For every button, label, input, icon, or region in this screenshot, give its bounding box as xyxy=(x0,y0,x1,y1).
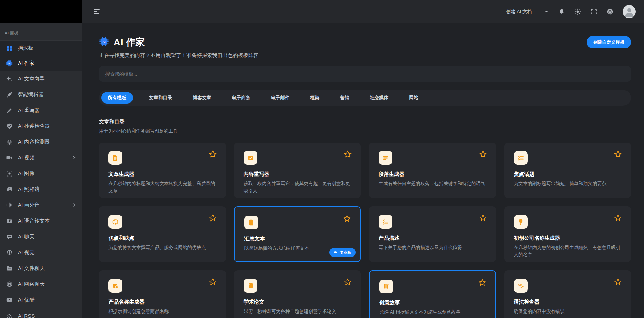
package-check-icon xyxy=(108,279,122,293)
tab-social-media[interactable]: 社交媒体 xyxy=(366,92,393,104)
star-icon[interactable] xyxy=(209,150,217,158)
page-subtitle: 正在寻找完美的内容？不用再观望了！准备好探索我们出色的模板阵容 xyxy=(99,52,631,59)
tab-ecommerce[interactable]: 电子商务 xyxy=(228,92,255,104)
tab-marketing[interactable]: 营销 xyxy=(336,92,354,104)
sidebar-item-label: AI 语音转文本 xyxy=(18,218,50,224)
card-description: 为文章的副标题写出简短、简单和翔实的要点 xyxy=(514,180,622,188)
create-ai-doc-dropdown[interactable]: 创建 AI 文档 xyxy=(506,9,549,15)
card-description: 写下关于您的产品的描述以及为什么值得 xyxy=(379,244,486,251)
star-icon[interactable] xyxy=(479,214,487,222)
fullscreen-icon[interactable] xyxy=(590,8,597,15)
chevron-right-icon xyxy=(72,203,76,207)
avatar[interactable] xyxy=(623,5,636,18)
tab-website[interactable]: 网站 xyxy=(405,92,423,104)
template-card-product-name-generator[interactable]: 产品名称生成器 根据示例词创建创意商品名称 xyxy=(99,270,226,318)
template-card-creative-story[interactable]: 创意故事 允许 AI 根据输入文本为您生成创意故事 xyxy=(369,270,496,318)
sidebar-item-ai-plagiarism-checker[interactable]: AI 抄袭检查器 xyxy=(0,118,82,134)
star-icon[interactable] xyxy=(614,150,622,158)
crown-icon xyxy=(334,250,338,255)
sidebar-item-ai-rss[interactable]: AI RSS xyxy=(0,308,82,318)
star-icon[interactable] xyxy=(614,214,622,222)
photo-gallery-icon xyxy=(5,186,13,193)
star-icon[interactable] xyxy=(614,278,622,286)
template-card-product-description[interactable]: 产品描述 写下关于您的产品的描述以及为什么值得 xyxy=(369,206,496,262)
star-icon[interactable] xyxy=(479,150,487,158)
sidebar-item-label: AI 重写器 xyxy=(18,107,39,114)
star-icon[interactable] xyxy=(343,215,351,223)
tab-all-templates[interactable]: 所有模板 xyxy=(101,92,133,104)
sidebar-item-dashboard[interactable]: 挡泥板 xyxy=(0,41,82,56)
sidebar-item-label: AI 照相馆 xyxy=(18,186,39,193)
sidebar-item-ai-chat[interactable]: AI 聊天 xyxy=(0,229,82,245)
card-title: 学术论文 xyxy=(244,299,352,305)
template-card-summarize-text[interactable]: 汇总文本 以简短易懂的方式总结任何文本 专业版 xyxy=(234,206,361,262)
template-card-academic-essay[interactable]: 学术论文 只需一秒钟即可为各种主题创建创意学术论文 xyxy=(234,270,361,318)
sidebar-item-ai-voiceover[interactable]: AI 画外音 xyxy=(0,197,82,213)
sidebar-item-ai-vision[interactable]: AI 视觉 xyxy=(0,245,82,260)
sidebar-item-ai-web-chat[interactable]: AI 网络聊天 xyxy=(0,276,82,292)
sidebar-item-ai-file-chat[interactable]: AI 文件聊天 xyxy=(0,260,82,276)
sidebar-item-ai-speech-to-text[interactable]: AI 语音转文本 xyxy=(0,213,82,229)
star-icon[interactable] xyxy=(344,150,352,158)
sidebar-item-ai-rewriter[interactable]: AI 重写器 xyxy=(0,102,82,118)
create-custom-template-button[interactable]: 创建自定义模板 xyxy=(587,36,631,48)
template-card-article-generator[interactable]: 文章生成器 在几秒钟内将标题和大纲文本转换为完整、高质量的文章 xyxy=(99,143,226,198)
template-card-startup-name-generator[interactable]: 初创公司名称生成器 在几秒钟内为您的初创公司生成酷炫、有创意且吸引人的名字 xyxy=(504,206,631,262)
top-bar-main: 创建 AI 文档 xyxy=(82,0,644,23)
template-card-pros-and-cons[interactable]: 优点和缺点 为您的博客文章撰写产品、服务或网站的优缺点 xyxy=(99,206,226,262)
sidebar-item-label: AI 文章向导 xyxy=(18,76,45,82)
card-description: 为您的博客文章撰写产品、服务或网站的优缺点 xyxy=(108,244,216,251)
section-subtitle: 用于为不同心情和任务编写创意的工具 xyxy=(99,128,631,134)
star-icon[interactable] xyxy=(478,279,486,287)
sidebar: AI 面板 挡泥板 AI AI 作家 AI 文章向导 xyxy=(0,23,82,318)
create-ai-doc-label: 创建 AI 文档 xyxy=(506,9,532,15)
brightness-icon[interactable] xyxy=(574,8,581,15)
brain-icon xyxy=(5,249,13,256)
sidebar-active-group: 挡泥板 AI AI 作家 xyxy=(0,40,82,71)
template-card-focus-topics[interactable]: 焦点话题 为文章的副标题写出简短、简单和翔实的要点 xyxy=(504,143,631,198)
top-bar-right: 创建 AI 文档 xyxy=(506,5,636,18)
chevron-up-icon[interactable] xyxy=(544,9,549,14)
tab-email[interactable]: 电子邮件 xyxy=(267,92,294,104)
sidebar-item-ai-content-detector[interactable]: AI 内容检测器 xyxy=(0,134,82,150)
star-icon[interactable] xyxy=(209,278,217,286)
spellcheck-icon: AB xyxy=(514,279,528,293)
music-folder-icon xyxy=(5,218,13,224)
sidebar-item-label: AI 文件聊天 xyxy=(18,265,45,272)
star-icon[interactable] xyxy=(209,214,217,222)
dashboard-grid-icon xyxy=(5,45,13,52)
sidebar-item-ai-video[interactable]: AI 视频 xyxy=(0,150,82,166)
sidebar-section-label: AI 面板 xyxy=(0,31,82,36)
card-title: 文章生成器 xyxy=(108,171,216,178)
template-category-tabs: 所有模板 文章和目录 博客文章 电子商务 电子邮件 框架 营销 社交媒体 网站 xyxy=(99,90,631,106)
template-card-paragraph-generator[interactable]: 段落生成器 生成有关任何主题的段落，包括关键字和特定的语气 xyxy=(369,143,496,198)
star-icon[interactable] xyxy=(344,278,352,286)
template-card-grammar-checker[interactable]: AB 语法检查器 确保您的内容中没有错误 xyxy=(504,270,631,318)
card-title: 产品描述 xyxy=(379,235,486,241)
card-title: 焦点话题 xyxy=(514,171,622,178)
sidebar-item-ai-image[interactable]: AI 图像 xyxy=(0,166,82,181)
sidebar-item-smart-editor[interactable]: 智能编辑器 xyxy=(0,87,82,102)
tab-article-and-toc[interactable]: 文章和目录 xyxy=(145,92,177,104)
sidebar-item-label: AI 视频 xyxy=(18,155,34,161)
sidebar-item-ai-article-wizard[interactable]: AI 文章向导 xyxy=(0,71,82,87)
sidebar-item-label: AI 抄袭检查器 xyxy=(18,123,50,129)
bell-icon[interactable] xyxy=(558,8,565,15)
checklist-icon xyxy=(379,215,392,229)
sidebar-item-label: AI 画外音 xyxy=(18,202,39,208)
chevron-right-icon xyxy=(72,156,76,160)
swap-arrows-icon xyxy=(108,215,122,229)
sidebar-item-ai-photo-studio[interactable]: AI 照相馆 xyxy=(0,181,82,197)
sidebar-item-label: AI 作家 xyxy=(18,60,34,67)
globe-icon[interactable] xyxy=(607,8,613,15)
tab-blog-posts[interactable]: 博客文章 xyxy=(188,92,216,104)
logo-area xyxy=(0,0,82,23)
search-input[interactable] xyxy=(99,66,631,82)
template-card-content-rewriter[interactable]: 内容重写器 获取一段内容并重写它，使其更有趣、更有创意和更吸引人 xyxy=(234,143,361,198)
sidebar-item-label: 挡泥板 xyxy=(18,45,33,52)
svg-text:AB: AB xyxy=(518,283,522,287)
sidebar-item-ai-writer[interactable]: AI AI 作家 xyxy=(0,56,82,71)
menu-icon[interactable] xyxy=(94,9,100,14)
sidebar-item-ai-youtube[interactable]: AI 优酷 xyxy=(0,292,82,308)
tab-frameworks[interactable]: 框架 xyxy=(306,92,324,104)
